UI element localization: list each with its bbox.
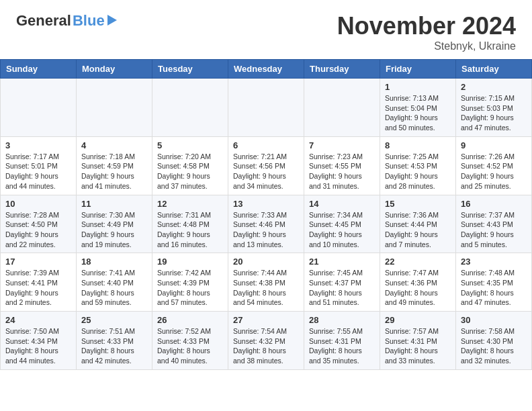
day-number: 14 bbox=[309, 199, 375, 209]
day-number: 15 bbox=[385, 199, 451, 209]
day-info: Sunrise: 7:39 AM Sunset: 4:41 PM Dayligh… bbox=[5, 268, 71, 308]
title-block: November 2024 Stebnyk, Ukraine bbox=[337, 12, 516, 52]
day-number: 5 bbox=[157, 140, 223, 150]
day-number: 29 bbox=[385, 315, 451, 325]
day-number: 4 bbox=[81, 140, 147, 150]
calendar-day-cell: 21Sunrise: 7:45 AM Sunset: 4:37 PM Dayli… bbox=[304, 253, 380, 312]
day-info: Sunrise: 7:57 AM Sunset: 4:31 PM Dayligh… bbox=[385, 326, 451, 366]
logo-arrow-icon bbox=[107, 15, 117, 26]
day-info: Sunrise: 7:45 AM Sunset: 4:37 PM Dayligh… bbox=[309, 268, 375, 308]
calendar-day-cell: 25Sunrise: 7:51 AM Sunset: 4:33 PM Dayli… bbox=[77, 312, 152, 370]
calendar-day-cell: 22Sunrise: 7:47 AM Sunset: 4:36 PM Dayli… bbox=[380, 253, 456, 312]
day-info: Sunrise: 7:17 AM Sunset: 5:01 PM Dayligh… bbox=[5, 152, 71, 191]
calendar-day-cell: 8Sunrise: 7:25 AM Sunset: 4:53 PM Daylig… bbox=[380, 136, 456, 195]
day-number: 18 bbox=[81, 257, 147, 267]
calendar-day-cell: 12Sunrise: 7:31 AM Sunset: 4:48 PM Dayli… bbox=[152, 195, 228, 253]
calendar-day-cell bbox=[152, 79, 228, 137]
day-info: Sunrise: 7:34 AM Sunset: 4:45 PM Dayligh… bbox=[309, 210, 375, 250]
day-number: 26 bbox=[157, 315, 223, 325]
day-info: Sunrise: 7:31 AM Sunset: 4:48 PM Dayligh… bbox=[157, 210, 223, 250]
day-info: Sunrise: 7:37 AM Sunset: 4:43 PM Dayligh… bbox=[461, 210, 527, 250]
day-of-week-header: Friday bbox=[380, 60, 456, 79]
day-number: 6 bbox=[233, 140, 299, 150]
calendar-week-row: 24Sunrise: 7:50 AM Sunset: 4:34 PM Dayli… bbox=[1, 312, 532, 370]
day-info: Sunrise: 7:51 AM Sunset: 4:33 PM Dayligh… bbox=[81, 326, 147, 366]
month-year-title: November 2024 bbox=[337, 12, 516, 40]
day-number: 19 bbox=[157, 257, 223, 267]
day-number: 25 bbox=[81, 315, 147, 325]
calendar-day-cell: 10Sunrise: 7:28 AM Sunset: 4:50 PM Dayli… bbox=[1, 195, 77, 253]
calendar-day-cell: 9Sunrise: 7:26 AM Sunset: 4:52 PM Daylig… bbox=[456, 136, 532, 195]
calendar-day-cell: 11Sunrise: 7:30 AM Sunset: 4:49 PM Dayli… bbox=[77, 195, 152, 253]
day-info: Sunrise: 7:48 AM Sunset: 4:35 PM Dayligh… bbox=[461, 268, 527, 308]
calendar-table: SundayMondayTuesdayWednesdayThursdayFrid… bbox=[0, 59, 532, 370]
calendar-day-cell: 29Sunrise: 7:57 AM Sunset: 4:31 PM Dayli… bbox=[380, 312, 456, 370]
day-info: Sunrise: 7:28 AM Sunset: 4:50 PM Dayligh… bbox=[5, 210, 71, 250]
day-of-week-header: Monday bbox=[77, 60, 152, 79]
calendar-day-cell: 7Sunrise: 7:23 AM Sunset: 4:55 PM Daylig… bbox=[304, 136, 380, 195]
calendar-day-cell: 23Sunrise: 7:48 AM Sunset: 4:35 PM Dayli… bbox=[456, 253, 532, 312]
calendar-day-cell: 26Sunrise: 7:52 AM Sunset: 4:33 PM Dayli… bbox=[152, 312, 228, 370]
calendar-day-cell: 18Sunrise: 7:41 AM Sunset: 4:40 PM Dayli… bbox=[77, 253, 152, 312]
day-number: 20 bbox=[233, 257, 299, 267]
day-info: Sunrise: 7:33 AM Sunset: 4:46 PM Dayligh… bbox=[233, 210, 299, 250]
calendar-day-cell: 5Sunrise: 7:20 AM Sunset: 4:58 PM Daylig… bbox=[152, 136, 228, 195]
day-info: Sunrise: 7:41 AM Sunset: 4:40 PM Dayligh… bbox=[81, 268, 147, 308]
day-number: 11 bbox=[81, 199, 147, 209]
day-info: Sunrise: 7:52 AM Sunset: 4:33 PM Dayligh… bbox=[157, 326, 223, 366]
calendar-day-cell: 3Sunrise: 7:17 AM Sunset: 5:01 PM Daylig… bbox=[1, 136, 77, 195]
day-of-week-header: Wednesday bbox=[228, 60, 304, 79]
calendar-day-cell: 4Sunrise: 7:18 AM Sunset: 4:59 PM Daylig… bbox=[77, 136, 152, 195]
calendar-day-cell: 24Sunrise: 7:50 AM Sunset: 4:34 PM Dayli… bbox=[1, 312, 77, 370]
day-info: Sunrise: 7:55 AM Sunset: 4:31 PM Dayligh… bbox=[309, 326, 375, 366]
day-number: 2 bbox=[461, 82, 527, 92]
calendar-day-cell: 1Sunrise: 7:13 AM Sunset: 5:04 PM Daylig… bbox=[380, 79, 456, 137]
calendar-day-cell: 28Sunrise: 7:55 AM Sunset: 4:31 PM Dayli… bbox=[304, 312, 380, 370]
day-of-week-header: Tuesday bbox=[152, 60, 228, 79]
day-info: Sunrise: 7:15 AM Sunset: 5:03 PM Dayligh… bbox=[461, 93, 527, 133]
day-number: 17 bbox=[5, 257, 71, 267]
day-number: 16 bbox=[461, 199, 527, 209]
day-number: 30 bbox=[461, 315, 527, 325]
day-info: Sunrise: 7:30 AM Sunset: 4:49 PM Dayligh… bbox=[81, 210, 147, 250]
calendar-week-row: 17Sunrise: 7:39 AM Sunset: 4:41 PM Dayli… bbox=[1, 253, 532, 312]
day-of-week-header: Thursday bbox=[304, 60, 380, 79]
page-header: General Blue November 2024 Stebnyk, Ukra… bbox=[0, 0, 532, 59]
calendar-day-cell: 20Sunrise: 7:44 AM Sunset: 4:38 PM Dayli… bbox=[228, 253, 304, 312]
day-info: Sunrise: 7:54 AM Sunset: 4:32 PM Dayligh… bbox=[233, 326, 299, 366]
day-number: 13 bbox=[233, 199, 299, 209]
day-info: Sunrise: 7:42 AM Sunset: 4:39 PM Dayligh… bbox=[157, 268, 223, 308]
calendar-day-cell: 17Sunrise: 7:39 AM Sunset: 4:41 PM Dayli… bbox=[1, 253, 77, 312]
day-number: 12 bbox=[157, 199, 223, 209]
calendar-day-cell: 6Sunrise: 7:21 AM Sunset: 4:56 PM Daylig… bbox=[228, 136, 304, 195]
day-info: Sunrise: 7:26 AM Sunset: 4:52 PM Dayligh… bbox=[461, 152, 527, 191]
calendar-day-cell bbox=[1, 79, 77, 137]
day-info: Sunrise: 7:13 AM Sunset: 5:04 PM Dayligh… bbox=[385, 93, 451, 133]
day-number: 9 bbox=[461, 140, 527, 150]
calendar-day-cell: 19Sunrise: 7:42 AM Sunset: 4:39 PM Dayli… bbox=[152, 253, 228, 312]
day-number: 27 bbox=[233, 315, 299, 325]
day-info: Sunrise: 7:21 AM Sunset: 4:56 PM Dayligh… bbox=[233, 152, 299, 191]
calendar-day-cell bbox=[77, 79, 152, 137]
calendar-day-cell: 14Sunrise: 7:34 AM Sunset: 4:45 PM Dayli… bbox=[304, 195, 380, 253]
day-number: 7 bbox=[309, 140, 375, 150]
day-number: 3 bbox=[5, 140, 71, 150]
logo: General Blue bbox=[16, 12, 117, 30]
calendar-header-row: SundayMondayTuesdayWednesdayThursdayFrid… bbox=[1, 60, 532, 79]
day-info: Sunrise: 7:23 AM Sunset: 4:55 PM Dayligh… bbox=[309, 152, 375, 191]
day-number: 21 bbox=[309, 257, 375, 267]
day-number: 24 bbox=[5, 315, 71, 325]
logo-general-text: General bbox=[16, 12, 71, 30]
day-number: 8 bbox=[385, 140, 451, 150]
calendar-day-cell bbox=[304, 79, 380, 137]
day-info: Sunrise: 7:25 AM Sunset: 4:53 PM Dayligh… bbox=[385, 152, 451, 191]
day-info: Sunrise: 7:58 AM Sunset: 4:30 PM Dayligh… bbox=[461, 326, 527, 366]
calendar-day-cell: 16Sunrise: 7:37 AM Sunset: 4:43 PM Dayli… bbox=[456, 195, 532, 253]
day-number: 28 bbox=[309, 315, 375, 325]
day-of-week-header: Saturday bbox=[456, 60, 532, 79]
day-info: Sunrise: 7:50 AM Sunset: 4:34 PM Dayligh… bbox=[5, 326, 71, 366]
day-number: 10 bbox=[5, 199, 71, 209]
calendar-day-cell: 2Sunrise: 7:15 AM Sunset: 5:03 PM Daylig… bbox=[456, 79, 532, 137]
calendar-week-row: 10Sunrise: 7:28 AM Sunset: 4:50 PM Dayli… bbox=[1, 195, 532, 253]
calendar-day-cell: 13Sunrise: 7:33 AM Sunset: 4:46 PM Dayli… bbox=[228, 195, 304, 253]
